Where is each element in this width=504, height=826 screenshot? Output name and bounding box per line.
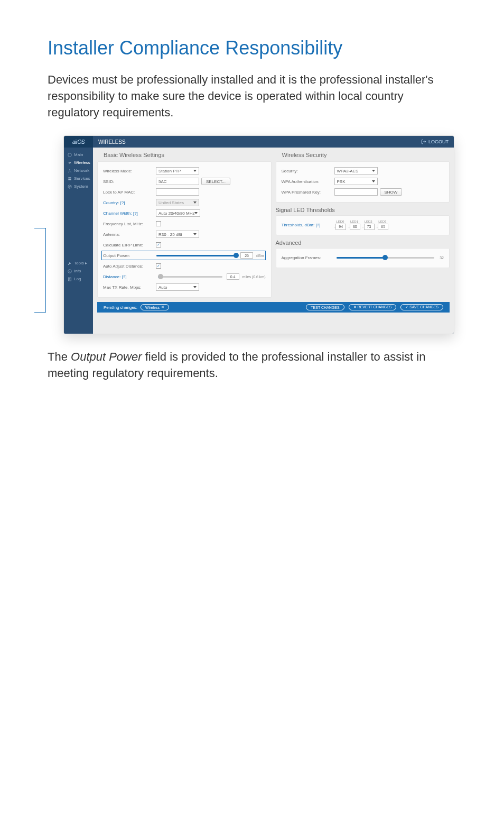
sidebar-item-label: Info: [74, 269, 81, 273]
input-led2[interactable]: 73: [364, 224, 375, 230]
sidebar-item-log[interactable]: Log: [64, 275, 93, 283]
select-wpa-auth[interactable]: PSK: [334, 178, 378, 185]
info-icon: [68, 269, 72, 273]
label-thresholds: Thresholds, dBm: [?]: [282, 223, 334, 227]
page-title: Installer Compliance Responsibility: [48, 37, 456, 59]
chevron-down-icon: [372, 170, 375, 172]
input-led1[interactable]: 80: [350, 224, 360, 230]
slider-aggregation[interactable]: [337, 257, 435, 259]
label-distance: Distance: [?]: [103, 274, 156, 279]
chevron-down-icon: [194, 212, 198, 214]
label-wireless-mode: Wireless Mode:: [103, 169, 156, 173]
select-antenna[interactable]: R30 - 25 dBi: [156, 231, 199, 238]
sidebar-item-tools[interactable]: Tools ▸: [64, 259, 93, 267]
sidebar-item-services[interactable]: Services: [64, 175, 93, 182]
input-ssid[interactable]: 5AC: [156, 178, 199, 185]
button-show-key[interactable]: SHOW: [380, 188, 403, 196]
network-icon: [68, 169, 72, 173]
input-led3[interactable]: 65: [378, 224, 388, 230]
services-icon: [68, 177, 72, 181]
svg-point-3: [71, 172, 71, 172]
sidebar-item-system[interactable]: System: [64, 182, 93, 190]
input-led0[interactable]: 94: [335, 224, 346, 230]
svg-rect-4: [68, 177, 71, 178]
sidebar-item-network[interactable]: Network: [64, 167, 93, 175]
top-bar: airOS WIRELESS LOGOUT: [64, 136, 454, 148]
sidebar-item-label: Log: [74, 277, 81, 281]
callout-bracket: [34, 228, 46, 313]
chevron-down-icon: [193, 286, 197, 288]
select-channel-width[interactable]: Auto 20/40/80 MHz: [156, 209, 200, 217]
wireless-security-title: Wireless Security: [276, 148, 450, 161]
sidebar-item-info[interactable]: Info: [64, 267, 93, 275]
wrench-icon: [68, 261, 72, 265]
select-max-tx-rate[interactable]: Auto: [156, 283, 199, 291]
label-lock-ap-mac: Lock to AP MAC:: [103, 190, 156, 195]
select-wireless-mode[interactable]: Station PTP: [156, 167, 199, 175]
input-lock-ap-mac[interactable]: [156, 188, 199, 196]
logout-icon: [421, 139, 426, 144]
pending-chip-wireless[interactable]: Wireless✕: [141, 304, 169, 310]
label-channel-width: Channel Width: [?]: [103, 211, 156, 216]
label-auto-adjust: Auto Adjust Distance:: [103, 264, 156, 269]
svg-point-2: [68, 172, 69, 172]
sidebar-item-label: Main: [74, 152, 83, 157]
led-thresholds-title: Signal LED Thresholds: [276, 207, 450, 213]
sidebar-item-main[interactable]: Main: [64, 151, 93, 159]
button-test-changes[interactable]: TEST CHANGES: [306, 304, 344, 310]
logout-button[interactable]: LOGOUT: [421, 139, 449, 144]
led3-label: LED3: [378, 220, 386, 223]
value-distance[interactable]: 0.4: [227, 273, 239, 280]
led-thresholds-panel: Thresholds, dBm: [?] LED0-94 LED1-80 LED…: [276, 215, 450, 235]
button-revert-changes[interactable]: ✕ REVERT CHANGES: [349, 304, 397, 310]
label-security: Security:: [282, 169, 334, 173]
sidebar: Main Wireless Network Services System To…: [64, 148, 93, 334]
checkbox-calc-eirp[interactable]: [156, 242, 161, 247]
basic-wireless-title: Basic Wireless Settings: [97, 148, 272, 161]
unit-dbm: dBm: [256, 254, 264, 258]
brand-logo: airOS: [64, 136, 93, 148]
unit-miles: miles (0.6 km): [242, 275, 266, 279]
advanced-panel: Aggregation Frames:32: [276, 248, 450, 268]
button-ssid-select[interactable]: SELECT...: [201, 178, 230, 185]
main-content: Basic Wireless Settings Wireless Mode:St…: [93, 148, 454, 334]
sidebar-item-label: Services: [74, 176, 90, 181]
value-output-power[interactable]: 26: [240, 252, 253, 259]
airos-window: airOS WIRELESS LOGOUT Main Wireless Netw…: [63, 135, 454, 334]
svg-rect-5: [68, 179, 71, 180]
sidebar-item-label: System: [74, 184, 88, 189]
label-calc-eirp: Calculate EIRP Limit:: [103, 243, 156, 247]
input-wpa-key[interactable]: [334, 188, 378, 196]
led1-label: LED1: [350, 220, 358, 223]
led0-label: LED0: [336, 220, 344, 223]
output-power-emphasis: Output Power: [71, 350, 142, 363]
label-wpa-key: WPA Preshared Key:: [282, 190, 334, 195]
logout-label: LOGOUT: [428, 139, 449, 144]
cube-icon: [68, 185, 72, 189]
basic-wireless-panel: Wireless Mode:Station PTP SSID:5ACSELECT…: [97, 161, 272, 298]
close-icon[interactable]: ✕: [161, 305, 164, 309]
header-title: WIRELESS: [98, 139, 126, 145]
chevron-down-icon: [193, 233, 197, 235]
sidebar-item-wireless[interactable]: Wireless: [64, 159, 93, 167]
advanced-title: Advanced: [276, 240, 450, 246]
checkbox-freq-list[interactable]: [156, 221, 161, 226]
chevron-down-icon: [372, 180, 375, 182]
button-save-changes[interactable]: ✓ SAVE CHANGES: [400, 304, 443, 310]
label-wpa-auth: WPA Authentication:: [282, 179, 334, 184]
label-output-power: Output Power:: [103, 253, 154, 258]
sidebar-item-label: Wireless: [74, 160, 90, 165]
value-aggregation: 32: [440, 256, 444, 260]
select-security[interactable]: WPA2-AES: [334, 167, 378, 175]
header-bar: WIRELESS LOGOUT: [93, 136, 454, 148]
wifi-icon: [68, 161, 72, 165]
sidebar-item-label: Tools ▸: [74, 261, 87, 265]
wireless-security-panel: Security:WPA2-AES WPA Authentication:PSK…: [276, 161, 450, 203]
label-freq-list: Frequency List, MHz:: [103, 222, 156, 226]
intro-paragraph: Devices must be professionally installed…: [48, 72, 456, 121]
log-icon: [68, 277, 72, 281]
slider-output-power[interactable]: [156, 255, 236, 256]
checkbox-auto-adjust[interactable]: [156, 263, 161, 269]
outro-paragraph: The Output Power field is provided to th…: [48, 349, 456, 382]
label-max-tx-rate: Max TX Rate, Mbps:: [103, 285, 156, 290]
